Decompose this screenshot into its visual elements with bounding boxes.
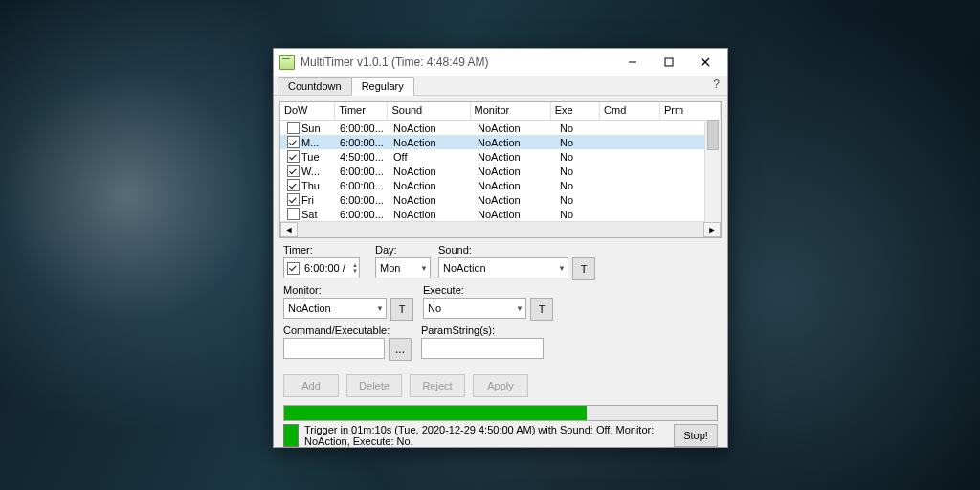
progress-bar <box>283 405 718 421</box>
sound-label: Sound: <box>438 244 595 256</box>
row-monitor: NoAction <box>474 180 556 191</box>
tab-strip: Countdown Regulary <box>274 76 727 96</box>
row-checkbox[interactable] <box>287 193 300 206</box>
row-monitor: NoAction <box>474 151 556 163</box>
row-timer: 4:50:00... <box>336 151 390 163</box>
table-row[interactable]: M...6:00:00...NoActionNoActionNo <box>280 135 721 149</box>
table-row[interactable]: Sat6:00:00...NoActionNoActionNo <box>280 207 721 221</box>
monitor-select[interactable]: NoAction ▼ <box>283 298 387 319</box>
chevron-down-icon: ▼ <box>416 264 428 273</box>
app-icon <box>279 55 295 70</box>
row-exe: No <box>556 137 606 148</box>
row-dow: Sat <box>301 209 318 220</box>
row-timer: 6:00:00... <box>336 166 390 177</box>
timer-enable-checkbox[interactable] <box>287 262 300 275</box>
row-exe: No <box>556 180 606 191</box>
table-row[interactable]: Sun6:00:00...NoActionNoActionNo <box>280 121 721 135</box>
schedule-listview[interactable]: DoW Timer Sound Monitor Exe Cmd Prm Sun6… <box>279 101 722 238</box>
close-button[interactable] <box>687 49 724 76</box>
row-timer: 6:00:00... <box>336 209 390 220</box>
add-button[interactable]: Add <box>283 374 339 397</box>
execute-label: Execute: <box>423 284 553 296</box>
minimize-button[interactable] <box>614 49 651 76</box>
spinner-icon[interactable]: ▲▼ <box>351 261 359 275</box>
row-checkbox[interactable] <box>287 165 300 177</box>
row-dow: W... <box>301 166 320 177</box>
listview-horizontal-scrollbar[interactable]: ◄ ► <box>280 221 721 237</box>
monitor-test-button[interactable]: T <box>390 298 413 321</box>
row-monitor: NoAction <box>474 122 556 134</box>
monitor-label: Monitor: <box>283 284 413 296</box>
scroll-left-arrow[interactable]: ◄ <box>280 222 298 237</box>
row-sound: NoAction <box>390 180 474 191</box>
command-input[interactable] <box>283 338 385 359</box>
row-exe: No <box>556 209 606 220</box>
row-timer: 6:00:00... <box>336 180 390 191</box>
row-dow: Thu <box>301 180 320 191</box>
table-row[interactable]: Thu6:00:00...NoActionNoActionNo <box>280 178 721 192</box>
edit-form: Timer: 6:00:00 / ▲▼ Day: Mon ▼ Sound: <box>274 238 727 365</box>
status-indicator <box>283 424 299 447</box>
scroll-right-arrow[interactable]: ► <box>703 222 721 237</box>
row-checkbox[interactable] <box>287 122 300 134</box>
row-sound: NoAction <box>390 137 474 148</box>
row-dow: Sun <box>301 122 321 134</box>
header-timer[interactable]: Timer <box>335 102 388 120</box>
row-checkbox[interactable] <box>287 136 300 148</box>
help-button[interactable]: ? <box>713 78 720 91</box>
row-monitor: NoAction <box>474 137 556 148</box>
delete-button[interactable]: Delete <box>346 374 402 397</box>
listview-body[interactable]: Sun6:00:00...NoActionNoActionNoM...6:00:… <box>280 121 721 221</box>
chevron-down-icon: ▼ <box>512 304 523 313</box>
row-dow: Tue <box>301 151 320 163</box>
row-checkbox[interactable] <box>287 208 300 220</box>
stop-button[interactable]: Stop! <box>674 424 718 447</box>
status-message: Trigger in 01m:10s (Tue, 2020-12-29 4:50… <box>304 424 668 447</box>
header-prm[interactable]: Prm <box>660 102 721 120</box>
execute-value: No <box>428 302 441 314</box>
row-exe: No <box>556 166 606 177</box>
reject-button[interactable]: Reject <box>410 374 465 397</box>
row-checkbox[interactable] <box>287 179 300 191</box>
tab-regulary[interactable]: Regulary <box>351 77 414 96</box>
status-bar: Trigger in 01m:10s (Tue, 2020-12-29 4:50… <box>283 424 718 447</box>
multitimer-window: MultiTimer v1.0.1 (Time: 4:48:49 AM) ? C… <box>273 48 728 448</box>
sound-select[interactable]: NoAction ▼ <box>438 257 568 278</box>
maximize-button[interactable] <box>651 49 687 76</box>
execute-test-button[interactable]: T <box>530 298 553 321</box>
progress-fill <box>284 406 587 420</box>
row-monitor: NoAction <box>474 209 556 220</box>
table-row[interactable]: W...6:00:00...NoActionNoActionNo <box>280 164 721 178</box>
listview-header[interactable]: DoW Timer Sound Monitor Exe Cmd Prm <box>280 102 721 121</box>
param-label: ParamString(s): <box>421 324 544 336</box>
row-sound: NoAction <box>390 209 474 220</box>
execute-select[interactable]: No ▼ <box>423 298 526 319</box>
header-cmd[interactable]: Cmd <box>600 102 660 120</box>
row-timer: 6:00:00... <box>336 137 390 148</box>
apply-button[interactable]: Apply <box>473 374 528 397</box>
table-row[interactable]: Tue4:50:00...OffNoActionNo <box>280 149 721 164</box>
param-input[interactable] <box>421 338 544 359</box>
table-row[interactable]: Fri6:00:00...NoActionNoActionNo <box>280 192 721 207</box>
timer-input[interactable]: 6:00:00 / ▲▼ <box>283 257 360 278</box>
header-sound[interactable]: Sound <box>388 102 470 120</box>
timer-label: Timer: <box>283 244 366 256</box>
header-exe[interactable]: Exe <box>551 102 600 120</box>
chevron-down-icon: ▼ <box>554 264 566 273</box>
row-monitor: NoAction <box>474 166 556 177</box>
scrollbar-thumb[interactable] <box>707 120 719 150</box>
row-dow: M... <box>301 137 319 148</box>
timer-value[interactable]: 6:00:00 / <box>302 262 351 274</box>
header-monitor[interactable]: Monitor <box>471 102 551 120</box>
tab-countdown[interactable]: Countdown <box>278 77 352 95</box>
row-checkbox[interactable] <box>287 150 300 163</box>
command-browse-button[interactable]: ... <box>389 338 412 361</box>
sound-test-button[interactable]: T <box>572 257 595 280</box>
listview-vertical-scrollbar[interactable] <box>704 120 721 222</box>
scrollbar-track[interactable] <box>298 222 703 237</box>
header-dow[interactable]: DoW <box>280 102 335 120</box>
day-select[interactable]: Mon ▼ <box>375 257 431 278</box>
titlebar[interactable]: MultiTimer v1.0.1 (Time: 4:48:49 AM) <box>274 49 727 76</box>
chevron-down-icon: ▼ <box>372 304 384 313</box>
row-exe: No <box>556 122 606 134</box>
